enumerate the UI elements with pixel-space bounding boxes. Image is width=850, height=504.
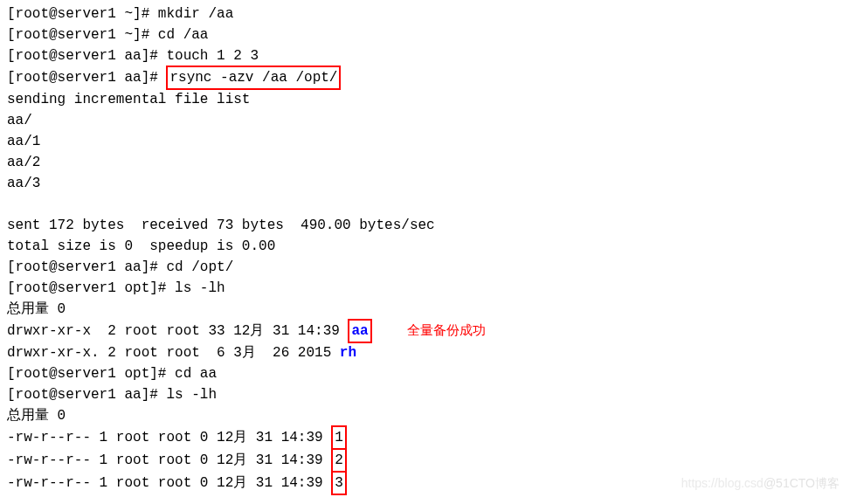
command-text: cd /opt/ bbox=[166, 259, 233, 275]
file-attrs: drwxr-xr-x. 2 root root 6 3月 26 2015 bbox=[7, 345, 340, 361]
file-name: 1 bbox=[335, 430, 343, 445]
highlight-box-file: 1 bbox=[331, 425, 347, 450]
directory-name: rh bbox=[340, 345, 356, 361]
output-text: total size is 0 speedup is 0.00 bbox=[7, 236, 843, 257]
prompt: [root@server1 ~]# bbox=[7, 27, 158, 43]
file-name: 2 bbox=[335, 452, 343, 468]
command-text: cd /aa bbox=[158, 27, 209, 43]
output-text: 总用量 0 bbox=[7, 405, 843, 426]
terminal-line: [root@server1 aa]# touch 1 2 3 bbox=[7, 45, 843, 66]
prompt: [root@server1 aa]# bbox=[7, 259, 166, 275]
prompt: [root@server1 aa]# bbox=[7, 387, 166, 403]
output-text: aa/3 bbox=[7, 173, 843, 194]
terminal-line: [root@server1 aa]# cd /opt/ bbox=[7, 257, 843, 278]
file-attrs: drwxr-xr-x 2 root root 33 12月 31 14:39 bbox=[7, 323, 348, 339]
command-text: ls -lh bbox=[175, 280, 225, 296]
terminal-line: [root@server1 ~]# cd /aa bbox=[7, 24, 843, 45]
file-name: 3 bbox=[335, 475, 343, 491]
directory-name: aa bbox=[351, 323, 368, 339]
terminal-line: [root@server1 opt]# ls -lh bbox=[7, 278, 843, 299]
file-attrs: -rw-r--r-- 1 root root 0 12月 31 14:39 bbox=[7, 452, 331, 468]
highlight-box-command: rsync -azv /aa /opt/ bbox=[166, 66, 341, 90]
output-text: aa/1 bbox=[7, 131, 843, 152]
terminal-line: [root@server1 ~]# mkdir /aa bbox=[7, 3, 843, 24]
terminal-line: [root@server1 aa]# ls -lh bbox=[7, 384, 843, 405]
ls-entry: -rw-r--r-- 1 root root 0 12月 31 14:39 3 bbox=[7, 472, 843, 494]
command-text: ls -lh bbox=[166, 387, 217, 403]
command-text: touch 1 2 3 bbox=[166, 48, 259, 64]
prompt: [root@server1 opt]# bbox=[7, 280, 175, 296]
ls-entry: -rw-r--r-- 1 root root 0 12月 31 14:39 2 bbox=[7, 449, 843, 472]
terminal-line: [root@server1 aa]# rsync -azv /aa /opt/ bbox=[7, 66, 843, 89]
command-text: rsync -azv /aa /opt/ bbox=[169, 70, 337, 86]
output-text: sent 172 bytes received 73 bytes 490.00 … bbox=[7, 215, 843, 236]
annotation-text: 全量备份成功 bbox=[407, 322, 486, 337]
ls-entry: -rw-r--r-- 1 root root 0 12月 31 14:39 1 bbox=[7, 426, 843, 449]
highlight-box-dir: aa bbox=[348, 319, 371, 343]
command-text: mkdir /aa bbox=[158, 6, 233, 22]
command-text: cd aa bbox=[175, 366, 217, 382]
blank-line bbox=[7, 194, 843, 215]
prompt: [root@server1 opt]# bbox=[7, 366, 175, 382]
ls-entry: drwxr-xr-x 2 root root 33 12月 31 14:39 a… bbox=[7, 320, 843, 342]
terminal-line: [root@server1 opt]# cd aa bbox=[7, 363, 843, 384]
output-text: aa/ bbox=[7, 110, 843, 131]
prompt: [root@server1 aa]# bbox=[7, 70, 166, 86]
prompt: [root@server1 aa]# bbox=[7, 48, 166, 64]
file-attrs: -rw-r--r-- 1 root root 0 12月 31 14:39 bbox=[7, 430, 331, 445]
output-text: aa/2 bbox=[7, 152, 843, 173]
output-text: sending incremental file list bbox=[7, 89, 843, 110]
highlight-box-file: 2 bbox=[331, 448, 347, 473]
highlight-box-file: 3 bbox=[331, 471, 347, 495]
file-attrs: -rw-r--r-- 1 root root 0 12月 31 14:39 bbox=[7, 475, 331, 491]
ls-entry: drwxr-xr-x. 2 root root 6 3月 26 2015 rh bbox=[7, 342, 843, 363]
output-text: 总用量 0 bbox=[7, 299, 843, 320]
prompt: [root@server1 ~]# bbox=[7, 6, 158, 22]
